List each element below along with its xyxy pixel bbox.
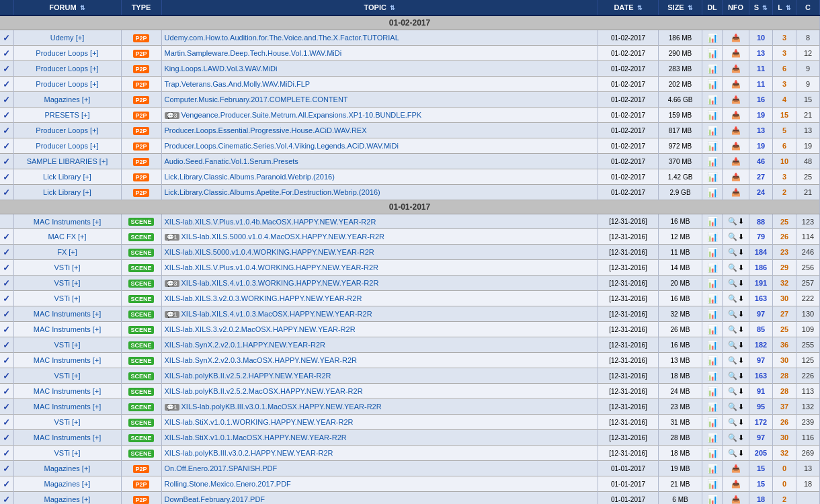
dl-icon[interactable]: 📊 [707, 495, 718, 505]
topic-link[interactable]: Lick.Library.Classic.Albums.Paranoid.Web… [165, 173, 335, 181]
topic-link[interactable]: XILS-lab.XILS.V.Plus.v1.0.4b.MacOSX.HAPP… [165, 218, 376, 226]
topic-link[interactable]: XILS-lab.polyKB.III.v3.0.2.HAPPY.NEW.YEA… [165, 449, 333, 457]
nfo-dl-icon[interactable]: 📥 [731, 80, 741, 88]
nfo-download-icon[interactable]: ⬇ [738, 233, 744, 241]
topic-link[interactable]: Lick.Library.Classic.Albums.Apetite.For.… [165, 188, 380, 196]
forum-link[interactable]: MAC Instruments [+] [34, 310, 101, 318]
topic-link[interactable]: Udemy.com.How.to.Audition.for.The.Voice.… [165, 34, 399, 42]
forum-link[interactable]: MAC Instruments [+] [34, 403, 101, 411]
nfo-search-icon[interactable]: 🔍 [728, 248, 737, 257]
topic-link[interactable]: XILS-lab.XILS.5000.v1.0.4.MacOSX.HAPPY.N… [181, 233, 384, 241]
forum-link[interactable]: Producer Loops [+] [36, 49, 98, 57]
topic-link[interactable]: Audio.Seed.Fanatic.Vol.1.Serum.Presets [165, 157, 298, 165]
nfo-dl-icon[interactable]: 📥 [731, 126, 741, 134]
forum-link[interactable]: Magazines [+] [44, 464, 91, 472]
dl-icon[interactable]: 📊 [707, 464, 718, 474]
forum-link[interactable]: VSTi [+] [54, 341, 80, 349]
topic-link[interactable]: XILS-lab.StiX.v1.0.1.MacOSX.HAPPY.NEW.YE… [165, 433, 347, 442]
nfo-search-icon[interactable]: 🔍 [728, 310, 737, 319]
nfo-dl-icon[interactable]: 📥 [731, 34, 741, 42]
topic-link[interactable]: XILS-lab.XILS.V.Plus.v1.0.4.WORKING.HAPP… [165, 263, 379, 271]
topic-link[interactable]: XILS-lab.polyKB.II.v2.5.2.HAPPY.NEW.YEAR… [165, 372, 331, 380]
nfo-dl-icon[interactable]: 📥 [731, 480, 741, 488]
topic-link[interactable]: Producer.Loops.Cinematic.Series.Vol.4.Vi… [165, 142, 399, 150]
dl-icon[interactable]: 📊 [707, 33, 718, 43]
topic-link[interactable]: XILS-lab.SynX.2.v2.0.1.HAPPY.NEW.YEAR-R2… [165, 341, 325, 349]
topic-link[interactable]: XILS-lab.StiX.v1.0.1.WORKING.HAPPY.NEW.Y… [165, 418, 354, 426]
forum-link[interactable]: Udemy [+] [50, 34, 84, 42]
topic-link[interactable]: Producer.Loops.Essential.Progressive.Hou… [165, 126, 367, 134]
topic-link[interactable]: Martin.Sampleware.Deep.Tech.House.Vol.1.… [165, 49, 342, 57]
dl-icon[interactable]: 📊 [707, 95, 718, 105]
forum-link[interactable]: VSTi [+] [54, 279, 80, 287]
forum-link[interactable]: VSTi [+] [54, 294, 80, 302]
forum-link[interactable]: MAC FX [+] [48, 233, 86, 241]
dl-icon[interactable]: 📊 [707, 172, 718, 182]
dl-icon[interactable]: 📊 [707, 402, 718, 412]
dl-icon[interactable]: 📊 [707, 187, 718, 198]
nfo-dl-icon[interactable]: 📥 [731, 173, 741, 181]
topic-link[interactable]: XILS-lab.XILS.3.v2.0.2.MacOSX.HAPPY.NEW.… [165, 325, 356, 333]
dl-icon[interactable]: 📊 [707, 263, 718, 273]
topic-link[interactable]: Computer.Music.February.2017.COMPLETE.CO… [165, 95, 348, 103]
topic-link[interactable]: Rolling.Stone.Mexico.Enero.2017.PDF [165, 480, 291, 488]
dl-icon[interactable]: 📊 [707, 216, 718, 226]
nfo-search-icon[interactable]: 🔍 [728, 217, 737, 226]
topic-link[interactable]: DownBeat.February.2017.PDF [165, 495, 265, 503]
col-size[interactable]: SIZE ⇅ [659, 0, 702, 15]
dl-icon[interactable]: 📊 [707, 141, 718, 151]
forum-link[interactable]: MAC Instruments [+] [34, 325, 101, 333]
nfo-search-icon[interactable]: 🔍 [728, 263, 737, 272]
dl-icon[interactable]: 📊 [707, 479, 718, 489]
topic-link[interactable]: XILS-lab.XILS.3.v2.0.3.WORKING.HAPPY.NEW… [165, 294, 362, 302]
dl-icon[interactable]: 📊 [707, 433, 718, 443]
dl-icon[interactable]: 📊 [707, 371, 718, 381]
forum-link[interactable]: MAC Instruments [+] [34, 356, 101, 364]
forum-link[interactable]: Magazines [+] [44, 480, 91, 488]
nfo-download-icon[interactable]: ⬇ [738, 372, 744, 380]
forum-link[interactable]: Producer Loops [+] [36, 126, 98, 134]
nfo-dl-icon[interactable]: 📥 [731, 49, 741, 57]
topic-link[interactable]: XILS-lab.XILS.5000.v1.0.4.WORKING.HAPPY.… [165, 248, 374, 256]
topic-link[interactable]: XILS-lab.polyKB.III.v3.0.1.MacOSX.HAPPY.… [181, 403, 382, 411]
nfo-download-icon[interactable]: ⬇ [738, 433, 744, 442]
nfo-download-icon[interactable]: ⬇ [738, 279, 744, 288]
nfo-download-icon[interactable]: ⬇ [738, 418, 744, 427]
forum-link[interactable]: Producer Loops [+] [36, 80, 98, 88]
nfo-dl-icon[interactable]: 📥 [731, 157, 741, 165]
nfo-dl-icon[interactable]: 📥 [731, 111, 741, 119]
nfo-search-icon[interactable]: 🔍 [728, 372, 737, 380]
dl-icon[interactable]: 📊 [707, 325, 718, 335]
nfo-dl-icon[interactable]: 📥 [731, 142, 741, 150]
forum-link[interactable]: FX [+] [57, 248, 77, 256]
nfo-download-icon[interactable]: ⬇ [738, 217, 744, 226]
nfo-search-icon[interactable]: 🔍 [728, 418, 737, 427]
dl-icon[interactable]: 📊 [707, 79, 718, 89]
dl-icon[interactable]: 📊 [707, 340, 718, 350]
nfo-download-icon[interactable]: ⬇ [738, 403, 744, 411]
nfo-search-icon[interactable]: 🔍 [728, 387, 737, 396]
dl-icon[interactable]: 📊 [707, 64, 718, 74]
nfo-download-icon[interactable]: ⬇ [738, 387, 744, 396]
forum-link[interactable]: Lick Library [+] [43, 173, 91, 181]
forum-link[interactable]: Producer Loops [+] [36, 142, 98, 150]
nfo-download-icon[interactable]: ⬇ [738, 248, 744, 257]
dl-icon[interactable]: 📊 [707, 278, 718, 288]
dl-icon[interactable]: 📊 [707, 309, 718, 319]
nfo-download-icon[interactable]: ⬇ [738, 310, 744, 319]
forum-link[interactable]: MAC Instruments [+] [34, 387, 101, 395]
nfo-download-icon[interactable]: ⬇ [738, 294, 744, 303]
topic-link[interactable]: XILS-lab.SynX.2.v2.0.3.MacOSX.HAPPY.NEW.… [165, 356, 358, 364]
col-forum[interactable]: FORUM ⇅ [13, 0, 121, 15]
nfo-dl-icon[interactable]: 📥 [731, 495, 741, 503]
nfo-search-icon[interactable]: 🔍 [728, 279, 737, 288]
nfo-dl-icon[interactable]: 📥 [731, 95, 741, 103]
dl-icon[interactable]: 📊 [707, 417, 718, 427]
dl-icon[interactable]: 📊 [707, 157, 718, 167]
nfo-search-icon[interactable]: 🔍 [728, 233, 737, 241]
nfo-search-icon[interactable]: 🔍 [728, 294, 737, 303]
topic-link[interactable]: XILS-lab.XILS.4.v1.0.3.MacOSX.HAPPY.NEW.… [181, 310, 372, 318]
topic-link[interactable]: Vengeance.Producer.Suite.Metrum.All.Expa… [181, 111, 422, 119]
forum-link[interactable]: Magazines [+] [44, 95, 91, 103]
col-s[interactable]: S ⇅ [749, 0, 773, 15]
